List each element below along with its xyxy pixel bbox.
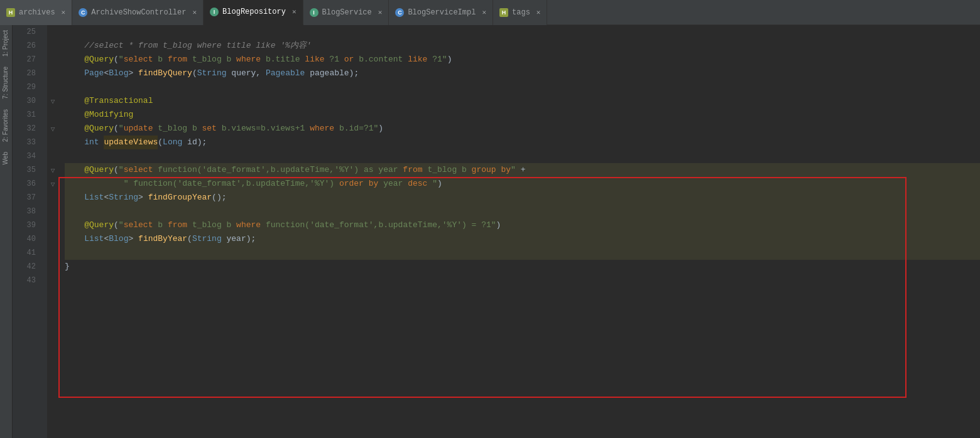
fold-icon-32[interactable]: ▽ bbox=[51, 125, 55, 133]
fold-33 bbox=[47, 136, 58, 149]
code-line-42: } bbox=[65, 260, 980, 274]
tab-label-blogservice: BlogService bbox=[322, 8, 372, 17]
line-num-36: 36 bbox=[13, 177, 41, 191]
fold-26 bbox=[47, 39, 58, 53]
line-num-39: 39 bbox=[13, 218, 41, 232]
tab-icon-blogrepository: I bbox=[210, 8, 219, 16]
code-line-37: List<String> findGroupYear(); bbox=[65, 191, 980, 205]
line-num-42: 42 bbox=[13, 260, 41, 274]
fold-31 bbox=[47, 108, 58, 122]
code-line-30: @Transactional bbox=[65, 94, 980, 108]
tab-tags[interactable]: H tags ✕ bbox=[493, 0, 547, 25]
tab-close-archives[interactable]: ✕ bbox=[62, 8, 66, 16]
tab-blogserviceimpl[interactable]: C BlogServiceImpl ✕ bbox=[389, 0, 493, 25]
code-line-32: @Query("update t_blog b set b.views=b.vi… bbox=[65, 122, 980, 136]
line-num-35: 35 bbox=[13, 163, 41, 177]
sidebar-structure[interactable]: 7: Structure bbox=[0, 61, 12, 104]
line-num-33: 33 bbox=[13, 136, 41, 149]
fold-icon-35[interactable]: ▽ bbox=[51, 166, 55, 174]
code-line-33: int updateViews(Long id); bbox=[65, 136, 980, 149]
fold-34 bbox=[47, 149, 58, 163]
fold-30[interactable]: ▽ bbox=[47, 94, 58, 108]
tab-close-tags[interactable]: ✕ bbox=[536, 8, 541, 16]
tab-icon-archiveshowcontroller: C bbox=[79, 8, 87, 17]
fold-gutter: ▽ ▽ ▽ ▽ bbox=[47, 25, 58, 438]
fold-41 bbox=[47, 246, 58, 260]
line-num-38: 38 bbox=[13, 205, 41, 218]
tab-close-archiveshowcontroller[interactable]: ✕ bbox=[192, 8, 197, 16]
line-num-31: 31 bbox=[13, 108, 41, 122]
code-line-41 bbox=[65, 246, 980, 260]
line-num-41: 41 bbox=[13, 246, 41, 260]
fold-29 bbox=[47, 80, 58, 94]
fold-25 bbox=[47, 25, 58, 39]
sidebar-favorites[interactable]: 2: Favorites bbox=[0, 104, 12, 147]
tab-bar: H archives ✕ C ArchiveShowController ✕ I… bbox=[0, 0, 980, 25]
code-line-31: @Modifying bbox=[65, 108, 980, 122]
tab-icon-blogservice: I bbox=[310, 8, 318, 17]
tab-icon-blogserviceimpl: C bbox=[395, 8, 404, 17]
line-num-32: 32 bbox=[13, 122, 41, 136]
main-area: 1: Project 7: Structure 2: Favorites Web… bbox=[0, 25, 980, 438]
code-content[interactable]: //select * from t_blog where title like … bbox=[58, 25, 980, 287]
line-num-29: 29 bbox=[13, 80, 41, 94]
tab-label-tags: tags bbox=[512, 8, 530, 17]
tab-blogservice[interactable]: I BlogService ✕ bbox=[303, 0, 389, 25]
code-line-29 bbox=[65, 80, 980, 94]
code-line-36: " function('date_format',b.updateTime,'%… bbox=[65, 177, 980, 191]
code-line-26: //select * from t_blog where title like … bbox=[65, 39, 980, 53]
line-num-40: 40 bbox=[13, 232, 41, 246]
line-num-43: 43 bbox=[13, 274, 41, 287]
fold-35[interactable]: ▽ bbox=[47, 163, 58, 177]
tab-close-blogrepository[interactable]: ✕ bbox=[292, 8, 297, 16]
tab-label-archives: archives bbox=[19, 8, 55, 17]
code-line-28: Page<Blog> findByQuery(String query, Pag… bbox=[65, 67, 980, 80]
fold-32[interactable]: ▽ bbox=[47, 122, 58, 136]
tab-label-blogserviceimpl: BlogServiceImpl bbox=[408, 8, 476, 17]
code-line-43 bbox=[65, 274, 980, 287]
code-line-39: @Query("select b from t_blog b where fun… bbox=[65, 218, 980, 232]
code-line-35: @Query("select function('date_format',b.… bbox=[65, 163, 980, 177]
tab-icon-tags: H bbox=[499, 8, 508, 17]
tab-icon-archives: H bbox=[6, 8, 15, 17]
tab-archives[interactable]: H archives ✕ bbox=[0, 0, 72, 25]
line-num-26: 26 bbox=[13, 39, 41, 53]
fold-38 bbox=[47, 205, 58, 218]
code-line-40: List<Blog> findByYear(String year); bbox=[65, 232, 980, 246]
line-num-28: 28 bbox=[13, 67, 41, 80]
tab-label-archiveshowcontroller: ArchiveShowController bbox=[91, 8, 186, 17]
code-line-27: @Query("select b from t_blog b where b.t… bbox=[65, 53, 980, 67]
line-num-27: 27 bbox=[13, 53, 41, 67]
fold-36[interactable]: ▽ bbox=[47, 177, 58, 191]
fold-40 bbox=[47, 232, 58, 246]
fold-icon-36[interactable]: ▽ bbox=[51, 180, 55, 188]
fold-42 bbox=[47, 260, 58, 274]
fold-icon-30[interactable]: ▽ bbox=[51, 97, 55, 105]
line-num-30: 30 bbox=[13, 94, 41, 108]
code-area[interactable]: 25 26 27 28 29 30 31 32 33 34 35 36 37 3… bbox=[13, 25, 980, 438]
code-line-34 bbox=[65, 149, 980, 163]
fold-43 bbox=[47, 274, 58, 287]
tab-label-blogrepository: BlogRepository bbox=[222, 8, 286, 16]
line-num-34: 34 bbox=[13, 149, 41, 163]
code-line-38 bbox=[65, 205, 980, 218]
tab-archiveshowcontroller[interactable]: C ArchiveShowController ✕ bbox=[72, 0, 204, 25]
sidebar-project[interactable]: 1: Project bbox=[0, 25, 12, 61]
code-content-wrapper: //select * from t_blog where title like … bbox=[58, 25, 980, 438]
fold-28 bbox=[47, 67, 58, 80]
tab-close-blogserviceimpl[interactable]: ✕ bbox=[482, 8, 486, 16]
line-num-37: 37 bbox=[13, 191, 41, 205]
fold-37 bbox=[47, 191, 58, 205]
sidebar-web[interactable]: Web bbox=[0, 147, 12, 169]
fold-39 bbox=[47, 218, 58, 232]
tab-blogrepository[interactable]: I BlogRepository ✕ bbox=[204, 0, 303, 25]
tab-close-blogservice[interactable]: ✕ bbox=[378, 8, 383, 16]
left-sidebar: 1: Project 7: Structure 2: Favorites Web bbox=[0, 25, 13, 438]
line-numbers: 25 26 27 28 29 30 31 32 33 34 35 36 37 3… bbox=[13, 25, 47, 438]
line-num-25: 25 bbox=[13, 25, 41, 39]
fold-27 bbox=[47, 53, 58, 67]
code-line-25 bbox=[65, 25, 980, 39]
